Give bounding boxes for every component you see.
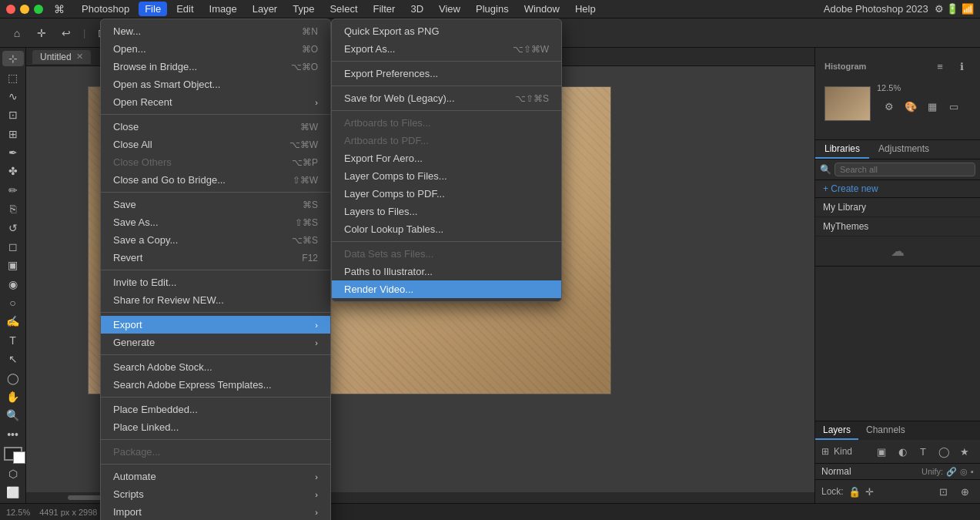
more-tools[interactable]: ••• bbox=[2, 427, 24, 442]
export-as[interactable]: Export As... ⌥⇧⌘W bbox=[332, 40, 561, 58]
gradient-tool[interactable]: ▣ bbox=[2, 257, 24, 273]
home-tool[interactable]: ⌂ bbox=[6, 22, 28, 44]
menu-invite[interactable]: Invite to Edit... bbox=[101, 273, 330, 291]
object-select[interactable]: ⊡ bbox=[2, 107, 24, 122]
kind-shape-btn[interactable]: ◯ bbox=[935, 442, 953, 461]
export-save-web[interactable]: Save for Web (Legacy)... ⌥⇧⌘S bbox=[332, 89, 561, 107]
layer-more-btn[interactable]: ⊡ bbox=[934, 482, 952, 501]
menu-save-copy[interactable]: Save a Copy... ⌥⌘S bbox=[101, 231, 330, 249]
menu-save-as[interactable]: Save As... ⇧⌘S bbox=[101, 213, 330, 231]
menu-export[interactable]: Export › bbox=[101, 316, 330, 334]
hand-tool[interactable]: ✋ bbox=[2, 389, 24, 404]
menu-place-embedded[interactable]: Place Embedded... bbox=[101, 401, 330, 418]
minimize-button[interactable] bbox=[20, 5, 29, 14]
export-preferences[interactable]: Export Preferences... bbox=[332, 65, 561, 82]
move-tool[interactable]: ✛ bbox=[31, 22, 52, 44]
menu-photoshop[interactable]: Photoshop bbox=[75, 2, 135, 16]
menu-image[interactable]: Image bbox=[203, 2, 243, 16]
eyedropper-tool[interactable]: ✒ bbox=[2, 145, 24, 160]
menu-save[interactable]: Save ⌘S bbox=[101, 196, 330, 213]
panel-info-btn[interactable]: ℹ bbox=[952, 57, 971, 75]
background-color[interactable] bbox=[13, 451, 25, 464]
tab-channels[interactable]: Channels bbox=[858, 421, 913, 440]
apple-menu[interactable]: ⌘ bbox=[52, 2, 66, 16]
menu-window[interactable]: Window bbox=[518, 2, 566, 16]
menu-filter[interactable]: Filter bbox=[367, 2, 402, 16]
menu-open-recent[interactable]: Open Recent › bbox=[101, 93, 330, 111]
color-btn[interactable]: 🎨 bbox=[901, 97, 920, 116]
menu-search-express[interactable]: Search Adobe Express Templates... bbox=[101, 376, 330, 394]
pen-tool[interactable]: ✍ bbox=[2, 314, 24, 329]
menu-generate[interactable]: Generate › bbox=[101, 334, 330, 351]
path-select[interactable]: ↖ bbox=[2, 351, 24, 367]
gradient-btn[interactable]: ▭ bbox=[945, 97, 963, 116]
menu-select[interactable]: Select bbox=[323, 2, 363, 16]
menu-help[interactable]: Help bbox=[569, 2, 602, 16]
brush-settings-btn[interactable]: ⚙ bbox=[880, 97, 898, 116]
export-quick-png[interactable]: Quick Export as PNG bbox=[332, 22, 561, 40]
export-paths-illustrator[interactable]: Paths to Illustrator... bbox=[332, 263, 561, 280]
shape-tool[interactable]: ◯ bbox=[2, 370, 24, 385]
select-tool[interactable]: ⬚ bbox=[2, 69, 24, 85]
blur-tool[interactable]: ◉ bbox=[2, 277, 24, 292]
kind-type-btn[interactable]: T bbox=[914, 442, 932, 461]
menu-open[interactable]: Open... ⌘O bbox=[101, 40, 330, 58]
tab-layers[interactable]: Layers bbox=[815, 421, 858, 440]
menu-layer[interactable]: Layer bbox=[246, 2, 284, 16]
create-new-button[interactable]: + Create new bbox=[815, 180, 980, 198]
zoom-tool[interactable]: 🔍 bbox=[2, 408, 24, 423]
menu-plugins[interactable]: Plugins bbox=[470, 2, 515, 16]
menu-open-smart[interactable]: Open as Smart Object... bbox=[101, 75, 330, 93]
tab-adjustments[interactable]: Adjustments bbox=[869, 140, 938, 159]
my-library-item[interactable]: My Library bbox=[815, 198, 980, 217]
libraries-search-input[interactable] bbox=[835, 163, 975, 176]
menu-type[interactable]: Type bbox=[286, 2, 320, 16]
menu-new[interactable]: New... ⌘N bbox=[101, 22, 330, 40]
tab-libraries[interactable]: Libraries bbox=[815, 140, 869, 159]
export-layer-comps-pdf[interactable]: Layer Comps to PDF... bbox=[332, 185, 561, 203]
canvas-tab[interactable]: Untitled ✕ bbox=[32, 50, 91, 64]
screen-mode[interactable]: ⬜ bbox=[2, 485, 24, 500]
history-brush[interactable]: ↺ bbox=[2, 220, 24, 235]
move-tool-left[interactable]: ⊹ bbox=[2, 51, 24, 66]
foreground-color[interactable] bbox=[4, 447, 22, 461]
menu-file[interactable]: File bbox=[139, 2, 167, 16]
clone-tool[interactable]: ⎘ bbox=[2, 201, 24, 216]
menu-close-bridge[interactable]: Close and Go to Bridge... ⇧⌘W bbox=[101, 171, 330, 189]
menu-automate[interactable]: Automate › bbox=[101, 468, 330, 485]
kind-pixel-btn[interactable]: ▣ bbox=[872, 442, 891, 461]
menu-3d[interactable]: 3D bbox=[404, 2, 430, 16]
menu-search-stock[interactable]: Search Adobe Stock... bbox=[101, 358, 330, 376]
type-tool[interactable]: T bbox=[2, 333, 24, 348]
dodge-tool[interactable]: ○ bbox=[2, 295, 24, 310]
undo-tool[interactable]: ↩ bbox=[55, 22, 77, 44]
panel-menu-btn[interactable]: ≡ bbox=[931, 57, 949, 75]
menu-import[interactable]: Import › bbox=[101, 503, 330, 520]
close-button[interactable] bbox=[6, 5, 15, 14]
menu-close[interactable]: Close ⌘W bbox=[101, 118, 330, 136]
export-color-lookup[interactable]: Color Lookup Tables... bbox=[332, 220, 561, 238]
menu-view[interactable]: View bbox=[433, 2, 467, 16]
brush-tool[interactable]: ✏ bbox=[2, 183, 24, 198]
menu-share-review[interactable]: Share for Review NEW... bbox=[101, 291, 330, 309]
quick-mask[interactable]: ⬡ bbox=[2, 465, 24, 481]
menu-revert[interactable]: Revert F12 bbox=[101, 249, 330, 267]
menu-place-linked[interactable]: Place Linked... bbox=[101, 418, 330, 436]
export-layer-comps-files[interactable]: Layer Comps to Files... bbox=[332, 167, 561, 185]
menu-browse-bridge[interactable]: Browse in Bridge... ⌥⌘O bbox=[101, 58, 330, 75]
kind-smart-btn[interactable]: ★ bbox=[955, 442, 974, 461]
zoom-button[interactable] bbox=[34, 5, 43, 14]
canvas-tab-close[interactable]: ✕ bbox=[76, 52, 83, 62]
eraser-tool[interactable]: ◻ bbox=[2, 239, 24, 254]
menu-scripts[interactable]: Scripts › bbox=[101, 485, 330, 503]
export-for-aero[interactable]: Export For Aero... bbox=[332, 149, 561, 167]
heal-tool[interactable]: ✤ bbox=[2, 163, 24, 179]
crop-tool[interactable]: ⊞ bbox=[2, 126, 24, 142]
swatches-btn[interactable]: ▦ bbox=[923, 97, 942, 116]
kind-adjustment-btn[interactable]: ◐ bbox=[893, 442, 911, 461]
menu-close-all[interactable]: Close All ⌥⌘W bbox=[101, 136, 330, 153]
lasso-tool[interactable]: ∿ bbox=[2, 89, 24, 104]
layer-add-btn[interactable]: ⊕ bbox=[955, 482, 974, 501]
menu-edit[interactable]: Edit bbox=[170, 2, 199, 16]
export-layers-files[interactable]: Layers to Files... bbox=[332, 203, 561, 220]
